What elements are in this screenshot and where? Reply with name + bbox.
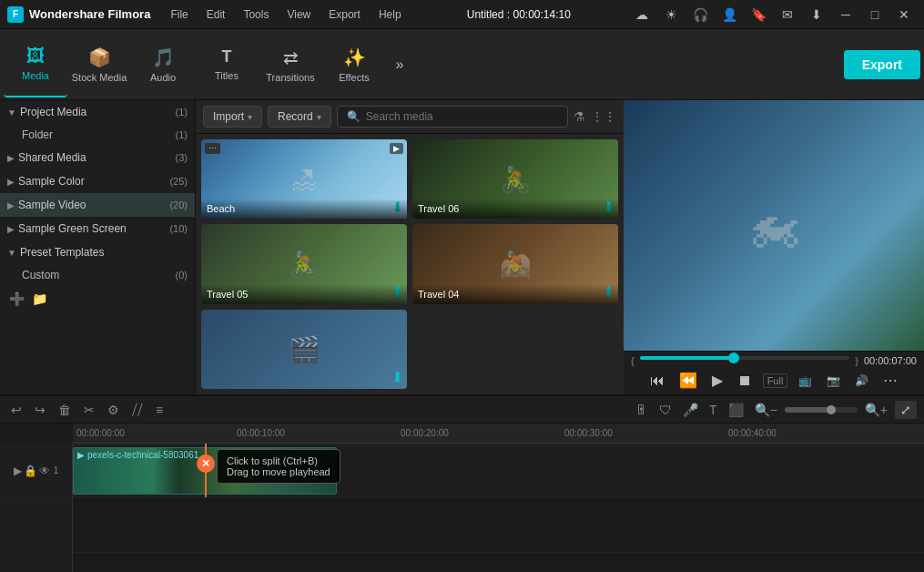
sidebar-header-sample-color[interactable]: ▶ Sample Color (25) [0,169,195,193]
track-visibility-icon[interactable]: 👁 [39,465,50,477]
audio-waveform-button[interactable]: 🎚 [632,401,652,419]
bookmark-icon[interactable]: 🔖 [746,2,771,27]
pip-button[interactable]: ⬛ [725,401,747,419]
frame-back-button[interactable]: ⏪ [675,370,701,391]
cloud-icon[interactable]: ☁ [629,2,655,27]
empty-track-row [73,498,924,553]
sidebar-header-sample-video[interactable]: ▶ Sample Video (20) [0,193,195,217]
full-quality-button[interactable]: Full [763,373,788,388]
tool-audio[interactable]: 🎵 Audio [131,32,195,97]
close-button[interactable]: ✕ [891,2,917,27]
headphone-icon[interactable]: 🎧 [687,2,713,27]
travel05-label: Travel 05 [207,289,248,300]
more-tl-button[interactable]: ≡ [152,401,167,419]
sidebar-section-sample-video-label: Sample Video [18,199,166,211]
media-item-travel06[interactable]: 🚴 ⬇ Travel 06 [412,139,618,219]
preview-panel: 🏍 { } 00:00:07:00 ⏮ ⏪ ▶ ⏹ Full 📺 [624,100,924,394]
media-item-travel05[interactable]: 🚴 ⬇ Travel 05 [201,224,407,303]
export-button[interactable]: Export [844,50,920,79]
tool-effects[interactable]: ✨ Effects [322,32,386,97]
search-media-input[interactable] [366,110,558,123]
tool-titles[interactable]: T Titles [195,32,259,97]
sidebar-item-folder-count: (1) [176,129,188,140]
timeline-content: 00:00:00:00 00:00:10:00 00:00:20:00 00:0… [0,424,924,572]
menu-file[interactable]: File [163,6,195,23]
sidebar-header-project-media[interactable]: ▼ Project Media (1) [0,100,195,124]
maximize-button[interactable]: □ [862,2,888,27]
zoom-in-button[interactable]: 🔍+ [861,401,891,419]
search-media-box: 🔍 [337,106,568,128]
menu-edit[interactable]: Edit [199,6,233,23]
download-icon[interactable]: ⬇ [804,2,829,27]
tool-transitions[interactable]: ⇄ Transitions [259,32,322,97]
import-button[interactable]: Import ▾ [203,106,262,128]
topbar: F Wondershare Filmora File Edit Tools Vi… [0,0,924,29]
toolbar-expand-button[interactable]: » [386,51,413,78]
undo-button[interactable]: ↩ [7,401,25,419]
record-button[interactable]: Record ▾ [268,106,331,128]
sidebar-section-preset-templates-label: Preset Templates [20,246,188,259]
menu-help[interactable]: Help [371,6,409,23]
stop-button[interactable]: ⏹ [734,371,756,391]
zoom-out-button[interactable]: 🔍− [751,401,781,419]
tool-stock-media[interactable]: 📦 Stock Media [67,32,131,97]
zoom-slider[interactable] [785,407,858,413]
delete-button[interactable]: 🗑 [55,401,75,419]
sidebar-section-sample-color-label: Sample Color [18,175,166,188]
tooltip-line2: Drag to move playhead [227,466,330,477]
preview-controls: { } 00:00:07:00 ⏮ ⏪ ▶ ⏹ Full 📺 📷 🔊 ⋯ [624,351,924,394]
media-item-partial[interactable]: 🎬 ⬇ [201,310,407,389]
more-options-button[interactable]: ⋯ [879,370,901,391]
video-track-row: ▶ pexels-c-technical-5803061 [73,444,924,498]
media-item-beach[interactable]: 🏖 ▶ ⬇ ⋯ Beach [201,139,407,219]
progress-thumb [728,352,739,363]
sidebar-section-sample-green: ▶ Sample Green Screen (10) [0,217,195,240]
snapshot-button[interactable]: 📷 [823,373,844,389]
playhead-circle: ✕ [197,455,215,473]
mic-button[interactable]: 🎤 [679,401,702,419]
tool-titles-label: Titles [215,70,239,81]
media-item-travel04[interactable]: 🚵 ⬇ Travel 04 [412,224,618,303]
tool-media[interactable]: 🖼 Media [4,32,67,97]
menu-export[interactable]: Export [321,6,368,23]
sidebar-item-custom[interactable]: Custom (0) [0,264,195,286]
redo-button[interactable]: ↪ [31,401,49,419]
tool-audio-label: Audio [150,72,176,83]
minimize-button[interactable]: ─ [833,2,858,27]
volume-button[interactable]: 🔊 [851,373,872,389]
sidebar-section-shared-media: ▶ Shared Media (3) [0,146,195,169]
sidebar-header-sample-green[interactable]: ▶ Sample Green Screen (10) [0,217,195,240]
beach-label: Beach [207,203,235,214]
sidebar-header-shared-media[interactable]: ▶ Shared Media (3) [0,146,195,169]
media-panel: Import ▾ Record ▾ 🔍 ⚗ ⋮⋮ 🏖 ▶ [196,100,624,394]
grid-icon[interactable]: ⋮⋮ [591,109,616,124]
sidebar-header-preset-templates[interactable]: ▼ Preset Templates [0,240,195,264]
sun-icon[interactable]: ☀ [658,2,684,27]
mail-icon[interactable]: ✉ [775,2,800,27]
mask-button[interactable]: 🛡 [655,401,675,419]
add-folder-button[interactable]: ➕ [9,291,25,306]
step-back-button[interactable]: ⏮ [646,371,668,391]
play-button[interactable]: ▶ [708,370,726,391]
fullscreen-timeline-button[interactable]: ⤢ [895,401,917,419]
user-icon[interactable]: 👤 [716,2,742,27]
track-lock-icon[interactable]: 🔒 [24,465,37,477]
search-icon: 🔍 [347,110,360,123]
preview-video: 🏍 [624,100,924,351]
sidebar-item-folder-label: Folder [22,128,176,141]
sidebar-section-sample-video: ▶ Sample Video (20) [0,193,195,217]
settings-button[interactable]: ⚙ [104,401,123,419]
new-folder-button[interactable]: 📁 [32,291,47,306]
render-preview-button[interactable]: 📺 [795,373,816,389]
filter-icon[interactable]: ⚗ [574,109,585,124]
cut-button[interactable]: ✂ [80,401,98,419]
split-button[interactable]: ⧸⧸ [128,400,147,419]
ruler-mark-3: 00:00:30:00 [564,428,613,438]
progress-bar[interactable] [640,356,850,360]
sidebar-item-folder[interactable]: Folder (1) [0,124,195,146]
menu-view[interactable]: View [279,6,318,23]
text-button[interactable]: T [706,401,721,419]
ruler-mark-0: 00:00:00:00 [76,428,125,438]
track-type-icon: ▶ [14,465,22,477]
menu-tools[interactable]: Tools [236,6,276,23]
